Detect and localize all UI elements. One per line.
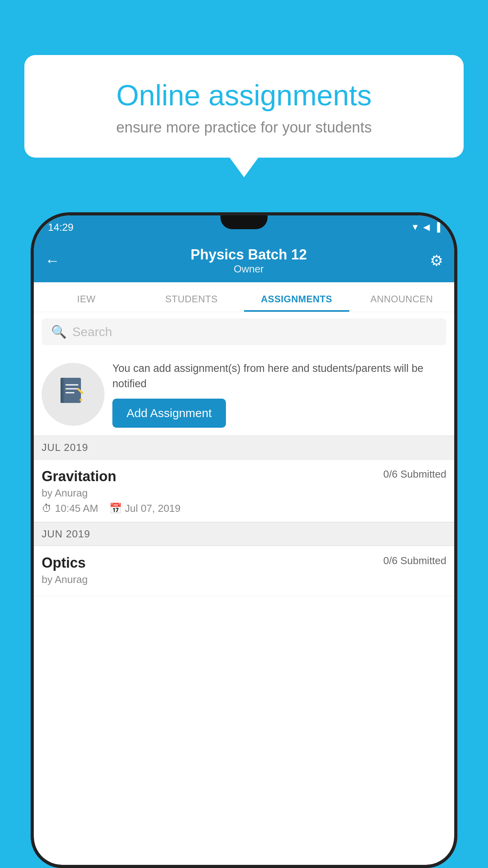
submitted-count: 0/6 Submitted [383,468,446,480]
section-header-jul: JUL 2019 [34,436,454,460]
header-subtitle: Owner [68,263,430,275]
speech-bubble-subtitle: ensure more practice for your students [52,119,436,136]
assignment-time: 10:45 AM [55,502,98,515]
speech-bubble-title: Online assignments [52,79,436,112]
promo-icon-circle [42,363,105,426]
assignment-item-gravitation[interactable]: Gravitation 0/6 Submitted by Anurag ⏱ 10… [34,460,454,522]
speech-bubble: Online assignments ensure more practice … [24,55,464,158]
header-title-group: Physics Batch 12 Owner [68,246,430,275]
time-detail: ⏱ 10:45 AM [42,502,98,515]
notebook-icon [57,375,89,413]
tab-students[interactable]: STUDENTS [139,294,244,312]
search-bar[interactable]: 🔍 Search [42,318,446,345]
promo-block: You can add assignment(s) from here and … [34,351,454,436]
assignment-title: Gravitation [42,468,116,485]
search-icon: 🔍 [51,324,67,339]
date-detail: 📅 Jul 07, 2019 [109,502,181,515]
wifi-icon: ▼ [411,222,420,232]
settings-icon[interactable]: ⚙ [430,252,443,269]
assignment-date: Jul 07, 2019 [125,502,181,515]
promo-content: You can add assignment(s) from here and … [112,361,446,428]
back-button[interactable]: ← [45,252,60,269]
phone-notch [220,215,268,229]
tab-iew[interactable]: IEW [34,294,139,312]
assignment-meta-optics: by Anurag [42,574,446,586]
tab-announcements[interactable]: ANNOUNCEN [349,294,455,312]
status-time: 14:29 [48,221,73,234]
svg-rect-2 [63,378,64,403]
tabs-bar: IEW STUDENTS ASSIGNMENTS ANNOUNCEN [34,282,454,312]
add-assignment-button[interactable]: Add Assignment [112,399,226,428]
app-header: ← Physics Batch 12 Owner ⚙ [34,239,454,282]
promo-description: You can add assignment(s) from here and … [112,361,446,392]
tab-assignments[interactable]: ASSIGNMENTS [244,294,349,312]
section-header-jun: JUN 2019 [34,522,454,546]
submitted-count-optics: 0/6 Submitted [383,555,446,567]
assignment-details: ⏱ 10:45 AM 📅 Jul 07, 2019 [42,502,446,515]
search-container: 🔍 Search [34,312,454,351]
assignment-meta: by Anurag [42,487,446,499]
assignment-top-row-optics: Optics 0/6 Submitted [42,555,446,571]
assignment-item-optics[interactable]: Optics 0/6 Submitted by Anurag [34,546,454,596]
assignment-top-row: Gravitation 0/6 Submitted [42,468,446,485]
status-icons: ▼ ◀ ▐ [411,222,440,232]
phone-frame: 14:29 ▼ ◀ ▐ ← Physics Batch 12 Owner ⚙ I… [31,212,457,868]
clock-icon: ⏱ [42,502,52,515]
phone-screen: 14:29 ▼ ◀ ▐ ← Physics Batch 12 Owner ⚙ I… [34,215,454,865]
page-title: Physics Batch 12 [68,246,430,263]
assignment-title-optics: Optics [42,555,86,571]
speech-bubble-container: Online assignments ensure more practice … [24,55,464,158]
battery-icon: ▐ [434,222,440,232]
search-placeholder: Search [72,325,112,339]
signal-icon: ◀ [423,222,430,232]
calendar-icon: 📅 [109,502,122,515]
